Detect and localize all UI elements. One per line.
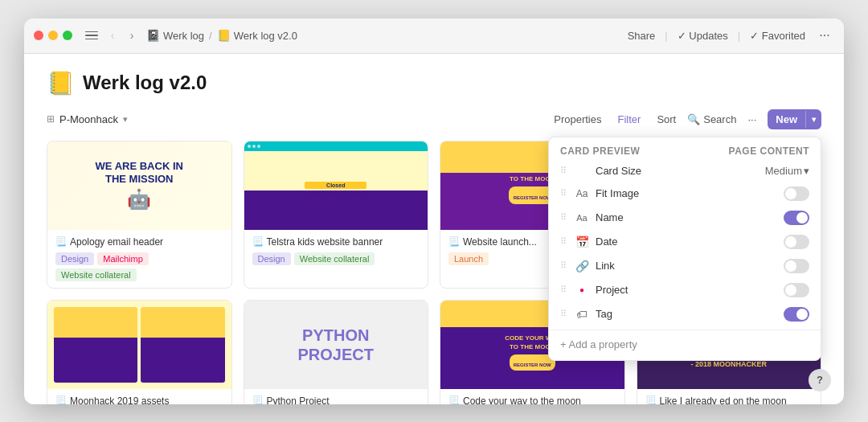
forward-button[interactable]: ›	[124, 27, 140, 43]
date-icon: 📅	[575, 236, 589, 248]
new-label: New	[768, 109, 805, 129]
drag-icon-2: ⠿	[560, 188, 567, 199]
search-button[interactable]: 🔍 Search	[687, 113, 736, 125]
drag-icon-6: ⠿	[560, 285, 567, 295]
page-content: 📒 Werk log v2.0 ⊞ P-Moonhack ▾ Propertie…	[24, 54, 844, 404]
dropdown-col2-header: Page Content	[729, 145, 809, 157]
werklog-icon: 📓	[146, 29, 160, 42]
doc-icon: 📃	[55, 236, 67, 247]
card-size-label: Card Size	[596, 165, 759, 177]
add-property-label: + Add a property	[560, 338, 637, 350]
tag-design: Design	[55, 252, 94, 265]
card-2-info: 📃 Telstra kids website banner Design Web…	[244, 230, 428, 272]
titlebar: ‹ › 📓 Werk log / 📒 Werk log v2.0 Share |…	[24, 18, 844, 54]
doc-icon-6: 📃	[252, 395, 264, 404]
doc-icon-8: 📃	[645, 395, 657, 404]
project-item[interactable]: ⠿ ● Project	[549, 278, 821, 302]
dropdown-header: Card Preview Page Content	[549, 142, 821, 160]
card-size-value[interactable]: Medium ▾	[765, 165, 809, 177]
drag-icon-7: ⠿	[560, 309, 567, 319]
card-preview-dropdown: Card Preview Page Content ⠿ Card Size Me…	[548, 137, 821, 361]
page-title-row: 📒 Werk log v2.0	[47, 70, 821, 96]
mini-card-1	[54, 307, 137, 383]
tag-design-2: Design	[252, 252, 291, 265]
project-label: Project	[596, 284, 777, 296]
link-label: Link	[596, 260, 777, 272]
fit-image-item[interactable]: ⠿ Aa Fit Image	[549, 182, 821, 206]
card-2-tags: Design Website collateral	[252, 252, 420, 265]
tag-label: Tag	[596, 308, 777, 320]
sort-button[interactable]: Sort	[652, 111, 681, 128]
name-item[interactable]: ⠿ Aa Name	[549, 206, 821, 230]
mini-card-2	[141, 307, 224, 383]
new-button[interactable]: New ▾	[768, 109, 821, 129]
card-8-name: 📃 Like I already ed on the moon	[645, 395, 813, 404]
card-1[interactable]: WE ARE BACK INTHE MISSION 🤖 📃 Apology em…	[47, 141, 232, 289]
share-button[interactable]: Share	[628, 30, 656, 42]
card-1-info: 📃 Apology email header Design Mailchimp …	[47, 230, 231, 288]
favorited-button[interactable]: ✓ Favorited	[750, 30, 805, 42]
card-size-item[interactable]: ⠿ Card Size Medium ▾	[549, 160, 821, 182]
tag-website-2: Website collateral	[294, 252, 375, 265]
breadcrumb-label-2: Werk log v2.0	[234, 30, 297, 42]
traffic-lights	[34, 31, 72, 40]
name-toggle[interactable]	[784, 211, 809, 225]
project-icon: ●	[575, 285, 589, 294]
view-name: P-Moonhack	[59, 113, 118, 125]
maximize-button[interactable]	[63, 31, 72, 40]
card-7-info: 📃 Code your way to the moon	[440, 389, 624, 404]
card-5[interactable]: 📃 Moonhack 2019 assets	[47, 300, 232, 404]
dropdown-col1-header: Card Preview	[560, 145, 640, 157]
link-item[interactable]: ⠿ 🔗 Link	[549, 254, 821, 278]
more-options-button[interactable]: ···	[815, 26, 834, 45]
tag-item[interactable]: ⠿ 🏷 Tag	[549, 302, 821, 326]
python-text: PYTHONPROJECT	[298, 326, 374, 364]
werklog-v2-icon: 📒	[217, 29, 231, 42]
filter-button[interactable]: Filter	[612, 111, 645, 128]
doc-icon-3: 📃	[448, 236, 460, 247]
card-1-name: 📃 Apology email header	[55, 236, 223, 248]
tag-mailchimp: Mailchimp	[97, 252, 149, 265]
dropdown-divider	[549, 330, 821, 330]
link-toggle[interactable]	[784, 259, 809, 273]
card-6[interactable]: PYTHONPROJECT 📃 Python Project	[244, 300, 429, 404]
card-size-text: Medium	[765, 165, 802, 177]
date-item[interactable]: ⠿ 📅 Date	[549, 230, 821, 254]
breadcrumb-item-2[interactable]: 📒 Werk log v2.0	[217, 29, 297, 42]
tag-launch: Launch	[448, 252, 489, 265]
tag-toggle[interactable]	[784, 307, 809, 322]
drag-icon: ⠿	[560, 166, 567, 176]
view-chevron-icon: ▾	[123, 114, 128, 125]
name-label: Name	[596, 211, 777, 223]
card-6-thumb: PYTHONPROJECT	[244, 301, 428, 389]
card-2[interactable]: Closed MOONHACK 2019 📃 Telstra kids webs…	[244, 141, 429, 289]
card-1-thumb: WE ARE BACK INTHE MISSION 🤖	[47, 141, 231, 230]
card-size-arrow-icon: ▾	[804, 165, 809, 177]
card-6-info: 📃 Python Project	[244, 389, 428, 404]
properties-button[interactable]: Properties	[549, 111, 606, 128]
breadcrumb: 📓 Werk log / 📒 Werk log v2.0	[146, 29, 297, 42]
toolbar: ⊞ P-Moonhack ▾ Properties Filter Sort 🔍 …	[47, 109, 821, 129]
page-title: Werk log v2.0	[83, 72, 207, 94]
project-toggle[interactable]	[784, 283, 809, 297]
card-7-name: 📃 Code your way to the moon	[448, 395, 616, 404]
nav-buttons: ‹ ›	[104, 27, 140, 43]
app-window: ‹ › 📓 Werk log / 📒 Werk log v2.0 Share |…	[24, 18, 844, 404]
card-1-tags: Design Mailchimp Website collateral	[55, 252, 223, 281]
grid-icon: ⊞	[47, 113, 55, 125]
new-arrow-icon[interactable]: ▾	[805, 111, 821, 128]
toolbar-view-selector[interactable]: ⊞ P-Moonhack ▾	[47, 113, 128, 125]
date-label: Date	[596, 236, 777, 248]
more-toolbar-button[interactable]: ···	[743, 111, 761, 128]
date-toggle[interactable]	[784, 235, 809, 249]
back-button[interactable]: ‹	[104, 27, 121, 43]
minimize-button[interactable]	[48, 31, 58, 40]
updates-button[interactable]: ✓ Updates	[678, 30, 728, 42]
add-property-button[interactable]: + Add a property	[549, 334, 821, 355]
breadcrumb-item-1[interactable]: 📓 Werk log	[146, 29, 204, 42]
fit-image-toggle[interactable]	[784, 186, 809, 201]
close-button[interactable]	[34, 31, 43, 40]
robot-icon: 🤖	[96, 188, 183, 211]
help-button[interactable]: ?	[809, 369, 831, 391]
menu-icon[interactable]	[85, 29, 98, 42]
